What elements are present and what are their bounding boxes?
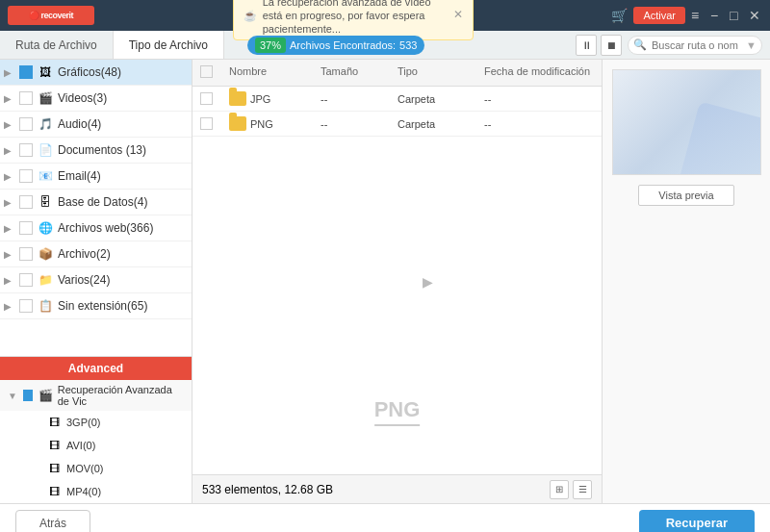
row1-checkbox-cell xyxy=(192,90,221,107)
close-button[interactable]: ✕ xyxy=(749,9,762,22)
table-row[interactable]: JPG -- Carpeta -- xyxy=(192,87,602,112)
preview-button[interactable]: Vista previa xyxy=(638,185,734,206)
grid-view-btn[interactable]: ⊞ xyxy=(550,480,569,499)
mov-icon: 🎞 xyxy=(45,461,63,476)
varios-checkbox[interactable] xyxy=(19,273,33,287)
avi-checkbox[interactable] xyxy=(27,440,38,451)
col-nombre-label: Nombre xyxy=(229,65,267,77)
doc-icon: 📄 xyxy=(37,142,54,158)
menu-icon[interactable]: ≡ xyxy=(691,9,705,22)
minimize-button[interactable]: − xyxy=(710,9,724,22)
advanced-avi-item[interactable]: 🎞 AVI(0) xyxy=(0,434,192,457)
sidebar-archivo-label: Archivo(2) xyxy=(58,247,184,261)
videos-checkbox[interactable] xyxy=(19,91,33,105)
sidebar-item-database[interactable]: ▶ 🗄 Base de Datos(4) xyxy=(0,190,192,215)
arrow-icon: ▶ xyxy=(4,197,15,208)
tab-ruta[interactable]: Ruta de Archivo xyxy=(0,31,114,59)
preview-panel: Vista previa xyxy=(602,60,770,503)
tab-tipo-label: Tipo de Archivo xyxy=(129,38,208,52)
sidebar-email-label: Email(4) xyxy=(58,169,184,183)
list-view-btn[interactable]: ☰ xyxy=(573,480,592,499)
db-icon: 🗄 xyxy=(37,194,54,210)
found-badge: 37% Archivos Encontrados: 533 xyxy=(247,36,424,55)
tabs-row: Ruta de Archivo Tipo de Archivo 37% Arch… xyxy=(0,31,770,60)
sidebar-item-graficos[interactable]: ▶ 🖼 Gráficos(48) xyxy=(0,60,192,86)
table-header: Nombre Tamaño Tipo Fecha de modificación xyxy=(192,60,602,87)
nav-arrow[interactable]: ▶ xyxy=(423,274,433,290)
row2-name-cell: PNG xyxy=(221,114,313,133)
advanced-3gp-item[interactable]: 🎞 3GP(0) xyxy=(0,411,192,434)
sidebar-item-varios[interactable]: ▶ 📁 Varios(24) xyxy=(0,267,192,293)
web-checkbox[interactable] xyxy=(19,221,33,235)
sidebar-audio-label: Audio(4) xyxy=(58,117,184,131)
col-tamano-label: Tamaño xyxy=(321,65,358,77)
advanced-parent-checkbox[interactable] xyxy=(23,390,33,401)
row2-date: -- xyxy=(484,118,491,130)
row1-size-cell: -- xyxy=(313,91,390,107)
recover-button[interactable]: Recuperar xyxy=(639,510,755,532)
archive-icon: 📦 xyxy=(37,246,54,262)
close-notification-btn[interactable]: ✕ xyxy=(453,8,463,23)
row1-type-cell: Carpeta xyxy=(390,91,476,107)
sidebar-varios-label: Varios(24) xyxy=(58,273,184,287)
sidebar-item-web[interactable]: ▶ 🌐 Archivos web(366) xyxy=(0,215,192,241)
db-checkbox[interactable] xyxy=(19,195,33,209)
col-tipo: Tipo xyxy=(390,63,476,82)
row2-checkbox-cell xyxy=(192,115,221,132)
col-fecha: Fecha de modificación xyxy=(476,63,602,82)
graficos-checkbox[interactable] xyxy=(19,65,33,79)
advanced-mp4-item[interactable]: 🎞 MP4(0) xyxy=(0,480,192,503)
row1-date: -- xyxy=(484,93,491,105)
email-checkbox[interactable] xyxy=(19,169,33,183)
playback-controls: ⏸ ⏹ xyxy=(576,35,622,56)
stop-button[interactable]: ⏹ xyxy=(601,35,622,56)
pause-button[interactable]: ⏸ xyxy=(576,35,597,56)
sidebar-documentos-label: Documentos (13) xyxy=(58,143,184,157)
table-row[interactable]: PNG -- Carpeta -- xyxy=(192,112,602,137)
back-button[interactable]: Atrás xyxy=(15,510,90,533)
row2-checkbox[interactable] xyxy=(200,117,213,130)
advanced-mov-item[interactable]: 🎞 MOV(0) xyxy=(0,457,192,480)
noext-icon: 📋 xyxy=(37,298,54,314)
folder-icon xyxy=(229,91,246,106)
3gp-label: 3GP(0) xyxy=(66,417,100,428)
sidebar-database-label: Base de Datos(4) xyxy=(58,195,184,209)
advanced-parent-label: Recuperación Avanzada de Vic xyxy=(58,384,184,407)
search-input[interactable] xyxy=(628,36,762,55)
advanced-header: Advanced xyxy=(0,357,192,380)
sidebar-item-archivo[interactable]: ▶ 📦 Archivo(2) xyxy=(0,241,192,267)
advanced-section: Advanced ▼ 🎬 Recuperación Avanzada de Vi… xyxy=(0,356,192,503)
maximize-button[interactable]: □ xyxy=(730,9,743,22)
sidebar-item-email[interactable]: ▶ 📧 Email(4) xyxy=(0,164,192,190)
activate-button[interactable]: Activar xyxy=(633,7,685,24)
row1-name-cell: JPG xyxy=(221,89,313,108)
mp4-checkbox[interactable] xyxy=(27,486,38,497)
sidebar-scroll: ▶ 🖼 Gráficos(48) ▶ 🎬 Videos(3) ▶ 🎵 Audio… xyxy=(0,60,192,356)
select-all-checkbox[interactable] xyxy=(200,65,213,78)
search-container: 🔍 ▼ xyxy=(628,36,762,55)
found-count: 533 xyxy=(399,39,417,51)
arrow-icon: ▶ xyxy=(4,171,15,182)
sidebar-item-sinext[interactable]: ▶ 📋 Sin extensión(65) xyxy=(0,293,192,319)
preview-shape xyxy=(678,101,761,175)
row1-name: JPG xyxy=(250,93,270,105)
found-label: Archivos Encontrados: xyxy=(290,39,396,51)
3gp-checkbox[interactable] xyxy=(27,417,38,428)
search-icon: 🔍 xyxy=(633,38,647,51)
sinext-checkbox[interactable] xyxy=(19,299,33,313)
search-area: ⏸ ⏹ 🔍 ▼ xyxy=(576,31,770,59)
sidebar-item-documentos[interactable]: ▶ 📄 Documentos (13) xyxy=(0,138,192,164)
archivo-checkbox[interactable] xyxy=(19,247,33,261)
tab-tipo[interactable]: Tipo de Archivo xyxy=(114,31,224,59)
sidebar-item-videos[interactable]: ▶ 🎬 Videos(3) xyxy=(0,86,192,112)
documentos-checkbox[interactable] xyxy=(19,143,33,157)
mov-checkbox[interactable] xyxy=(27,463,38,474)
avi-label: AVI(0) xyxy=(66,440,95,451)
video-folder-icon: 🎬 xyxy=(38,388,54,403)
progress-pct: 37% xyxy=(255,38,286,53)
audio-checkbox[interactable] xyxy=(19,117,33,131)
advanced-parent-item[interactable]: ▼ 🎬 Recuperación Avanzada de Vic xyxy=(0,380,192,411)
filter-icon[interactable]: ▼ xyxy=(746,39,757,51)
row1-checkbox[interactable] xyxy=(200,92,213,105)
sidebar-item-audio[interactable]: ▶ 🎵 Audio(4) xyxy=(0,112,192,138)
